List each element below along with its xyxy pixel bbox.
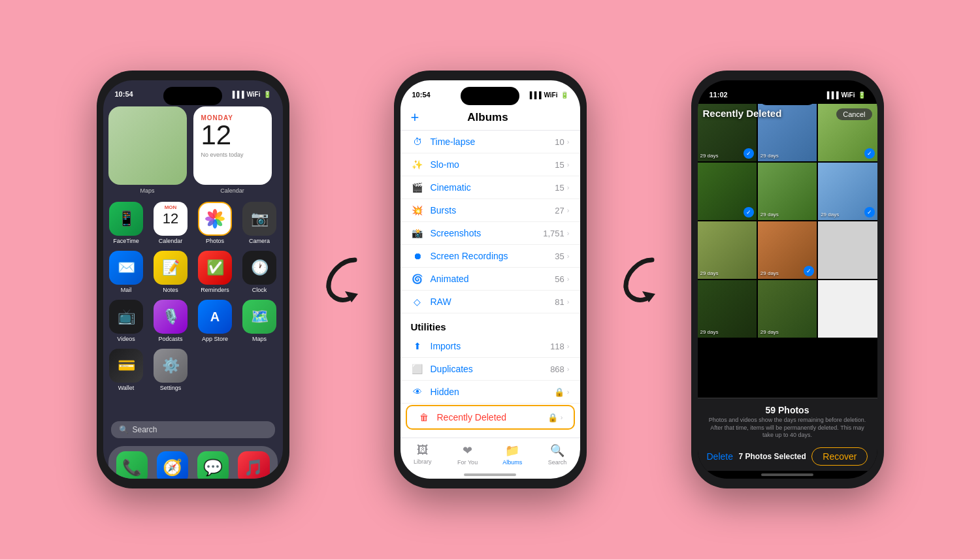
raw-icon: ◇: [411, 296, 424, 307]
wifi-icon-2: WiFi: [544, 91, 557, 99]
album-timelapse[interactable]: ⏱ Time-lapse 10 ›: [400, 131, 580, 153]
cinematic-name: Cinematic: [431, 182, 555, 193]
podcasts-app-icon: 🎙️: [154, 300, 188, 334]
photo-10[interactable]: 29 days: [698, 280, 757, 338]
cancel-label: Cancel: [836, 108, 872, 120]
slomo-chevron: ›: [567, 161, 570, 168]
imports-icon: ⬆: [411, 341, 424, 351]
album-animated[interactable]: 🌀 Animated 56 ›: [400, 268, 580, 291]
maps-widget[interactable]: [108, 106, 187, 185]
wallet-app-icon: 💳: [109, 349, 143, 383]
app-camera[interactable]: 📷 Camera: [240, 202, 278, 244]
albums-tab-label: Albums: [502, 459, 522, 466]
app-mail[interactable]: ✉️ Mail: [107, 251, 145, 293]
album-recently-deleted-container: 🗑 Recently Deleted 🔒 ›: [406, 405, 575, 430]
photo-7[interactable]: 29 days: [698, 221, 757, 279]
app-reminders[interactable]: ✅ Reminders: [196, 251, 234, 293]
photo-4[interactable]: ✓: [698, 163, 757, 220]
tab-for-you[interactable]: ❤ For You: [445, 441, 490, 466]
photo-4-check: ✓: [743, 207, 754, 217]
raw-chevron: ›: [567, 298, 570, 306]
mail-app-label: Mail: [121, 287, 132, 293]
album-hidden[interactable]: 👁 Hidden 🔒 ›: [400, 381, 580, 404]
photo-6[interactable]: 29 days ✓: [818, 163, 877, 220]
recently-deleted-name: Recently Deleted: [437, 412, 547, 423]
delete-button[interactable]: Delete: [707, 451, 733, 462]
photo-5-days: 29 days: [760, 212, 779, 217]
recently-deleted-lock: 🔒: [547, 413, 558, 423]
album-bursts[interactable]: 💥 Bursts 27 ›: [400, 199, 580, 222]
signal-icon: ▐▐▐: [230, 91, 244, 98]
app-facetime[interactable]: 📱 FaceTime: [107, 202, 145, 244]
recover-button[interactable]: Recover: [811, 447, 868, 466]
mail-app-icon: ✉️: [109, 251, 143, 285]
album-raw[interactable]: ◇ RAW 81 ›: [400, 291, 580, 313]
cancel-button[interactable]: Cancel: [836, 108, 872, 120]
album-slomo[interactable]: ✨ Slo-mo 15 ›: [400, 153, 580, 176]
app-clock[interactable]: 🕐 Clock: [240, 251, 278, 293]
dock-messages[interactable]: 💬: [197, 451, 229, 479]
album-screen-recordings[interactable]: ⏺ Screen Recordings 35 ›: [400, 245, 580, 268]
photo-1-days: 29 days: [700, 153, 719, 159]
dock-music[interactable]: 🎵: [238, 451, 269, 479]
dock-safari[interactable]: 🧭: [157, 451, 188, 479]
recently-deleted-icon: 🗑: [417, 412, 431, 423]
screen-recordings-count: 35: [555, 251, 564, 261]
add-album-button[interactable]: +: [411, 109, 419, 126]
search-bar[interactable]: 🔍 Search: [111, 421, 275, 438]
battery-icon-3: 🔋: [858, 91, 866, 99]
photo-3-check: ✓: [864, 148, 875, 159]
bursts-icon: 💥: [411, 205, 424, 216]
app-calendar[interactable]: MON 12 Calendar: [152, 202, 189, 244]
app-maps[interactable]: 🗺️ Maps: [240, 300, 278, 342]
app-podcasts[interactable]: 🎙️ Podcasts: [152, 300, 189, 342]
app-appstore[interactable]: A App Store: [196, 300, 234, 342]
status-icons-1: ▐▐▐ WiFi 🔋: [230, 91, 270, 98]
album-screenshots[interactable]: 📸 Screenshots 1,751 ›: [400, 222, 580, 245]
phone-3-screen: 11:02 ▐▐▐ WiFi 🔋 29 days ✓ 29 days: [698, 80, 877, 479]
photo-11[interactable]: 29 days: [758, 280, 817, 338]
duplicates-icon: ⬜: [411, 364, 424, 374]
photo-8[interactable]: 29 days ✓: [758, 221, 817, 279]
album-imports[interactable]: ⬆ Imports 118 ›: [400, 335, 580, 358]
status-icons-3: ▐▐▐ WiFi 🔋: [825, 91, 865, 99]
dock-phone[interactable]: 📞: [116, 451, 148, 479]
app-grid: 📱 FaceTime MON 12 Calendar: [108, 199, 278, 394]
photo-1-check: ✓: [743, 148, 754, 159]
for-you-tab-icon: ❤: [463, 443, 472, 458]
app-notes[interactable]: 📝 Notes: [152, 251, 189, 293]
calendar-widget[interactable]: MONDAY 12 No events today: [193, 106, 272, 185]
timelapse-count: 10: [555, 137, 564, 147]
imports-chevron: ›: [567, 342, 570, 350]
photo-9[interactable]: [818, 221, 877, 279]
clock-app-label: Clock: [252, 287, 267, 293]
home-screen: Maps MONDAY 12 No events today Calendar …: [103, 104, 283, 479]
album-duplicates[interactable]: ⬜ Duplicates 868 ›: [400, 358, 580, 381]
wallet-app-label: Wallet: [118, 385, 135, 391]
animated-name: Animated: [431, 274, 555, 284]
albums-header: + Albums: [400, 104, 580, 131]
tab-albums[interactable]: 📁 Albums: [490, 441, 535, 466]
tab-search[interactable]: 🔍 Search: [535, 441, 580, 466]
photo-7-days: 29 days: [700, 270, 719, 276]
hidden-lock: 🔒: [554, 387, 564, 397]
hidden-icon: 👁: [411, 387, 424, 397]
photo-12[interactable]: [818, 280, 877, 338]
animated-count: 56: [555, 274, 564, 284]
app-wallet[interactable]: 💳 Wallet: [107, 349, 145, 391]
app-videos[interactable]: 📺 Videos: [107, 300, 145, 342]
photo-10-days: 29 days: [700, 329, 719, 335]
tab-library[interactable]: 🖼 Library: [400, 441, 446, 466]
app-photos[interactable]: Photos: [196, 202, 234, 244]
screen-recordings-icon: ⏺: [411, 251, 424, 261]
app-settings[interactable]: ⚙️ Settings: [152, 349, 189, 391]
photo-6-check: ✓: [864, 207, 875, 217]
photo-5[interactable]: 29 days: [758, 163, 817, 220]
recently-deleted-chevron: ›: [561, 413, 563, 421]
tab-bar: 🖼 Library ❤ For You 📁 Albums 🔍 Search: [400, 438, 580, 471]
settings-app-label: Settings: [160, 385, 182, 391]
album-cinematic[interactable]: 🎬 Cinematic 15 ›: [400, 176, 580, 199]
signal-icon-3: ▐▐▐: [825, 91, 838, 99]
album-recently-deleted[interactable]: 🗑 Recently Deleted 🔒 ›: [407, 406, 574, 428]
raw-count: 81: [555, 297, 564, 307]
